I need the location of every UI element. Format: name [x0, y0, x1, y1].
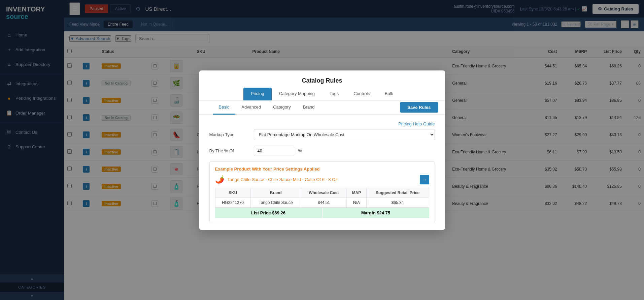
markup-type-label: Markup Type	[209, 132, 250, 137]
example-section: Example Product With Your Price Settings…	[209, 161, 435, 223]
ex-col-retail: Suggested Retail Price	[366, 188, 429, 198]
example-list-price-cell: List Price $69.26	[215, 208, 323, 218]
catalog-rules-modal: Catalog Rules Pricing Category Mapping T…	[199, 70, 445, 230]
pricing-help-link[interactable]: Pricing Help Guide	[209, 121, 435, 126]
modal-title: Catalog Rules	[199, 70, 445, 88]
tab-controls[interactable]: Controls	[346, 88, 377, 100]
example-footer: List Price $69.26 Margin $24.75	[215, 208, 429, 218]
tab-category-mapping[interactable]: Category Mapping	[272, 88, 322, 100]
markup-type-select[interactable]: Flat Percentage Markup On Wholesale Cost…	[254, 129, 435, 140]
list-price-value: $69.26	[272, 210, 285, 215]
example-title-highlight: Your Price Settings Applied	[263, 167, 320, 172]
ex-col-brand: Brand	[250, 188, 301, 198]
list-price-label: List Price	[251, 210, 271, 215]
tab-bulk[interactable]: Bulk	[377, 88, 401, 100]
markup-type-row: Markup Type Flat Percentage Markup On Wh…	[209, 129, 435, 140]
ex-col-wholesale: Wholesale Cost	[301, 188, 347, 198]
ex-map-value: N/A	[347, 198, 367, 207]
subtab-advanced[interactable]: Advanced	[235, 100, 267, 115]
margin-value: $24.75	[377, 210, 390, 215]
example-title-text: Example Product With	[215, 167, 263, 172]
modal-overlay[interactable]: Catalog Rules Pricing Category Mapping T…	[0, 0, 644, 300]
ex-col-map: MAP	[347, 188, 367, 198]
example-nav-button[interactable]: →	[420, 175, 429, 184]
example-table-header: SKU Brand Wholesale Cost MAP Suggested R…	[215, 188, 429, 198]
example-product-name: Tango Chile Sauce - Chile Sauce Mild - C…	[228, 177, 338, 182]
subtab-category[interactable]: Category	[267, 100, 297, 115]
percent-symbol: %	[298, 148, 302, 153]
modal-body: Pricing Help Guide Markup Type Flat Perc…	[199, 115, 445, 230]
example-title: Example Product With Your Price Settings…	[215, 167, 429, 172]
by-pct-label: By The % Of	[209, 148, 250, 153]
sauce-icon: 🌶️	[215, 175, 224, 184]
example-table-row: HG2241370 Tango Chile Sauce $44.51 N/A $…	[215, 198, 429, 207]
example-product-table: SKU Brand Wholesale Cost MAP Suggested R…	[215, 188, 429, 208]
ex-wholesale-value: $44.51	[301, 198, 347, 207]
ex-retail-value: $65.34	[366, 198, 429, 207]
ex-col-sku: SKU	[215, 188, 250, 198]
tab-pricing[interactable]: Pricing	[243, 88, 272, 100]
ex-brand-value: Tango Chile Sauce	[250, 198, 301, 207]
by-pct-input[interactable]	[254, 146, 294, 156]
by-pct-row: By The % Of %	[209, 146, 435, 156]
subtab-basic[interactable]: Basic	[213, 100, 236, 115]
margin-label: Margin	[361, 210, 376, 215]
modal-subtabs: Basic Advanced Category Brand	[206, 100, 400, 114]
modal-tabs: Pricing Category Mapping Tags Controls B…	[199, 88, 445, 100]
tab-tags[interactable]: Tags	[322, 88, 346, 100]
save-rules-button[interactable]: Save Rules	[400, 102, 438, 113]
subtab-brand[interactable]: Brand	[297, 100, 321, 115]
ex-sku-value: HG2241370	[215, 198, 250, 207]
example-margin-cell: Margin $24.75	[323, 208, 429, 218]
example-product-row: 🌶️ Tango Chile Sauce - Chile Sauce Mild …	[215, 175, 429, 184]
